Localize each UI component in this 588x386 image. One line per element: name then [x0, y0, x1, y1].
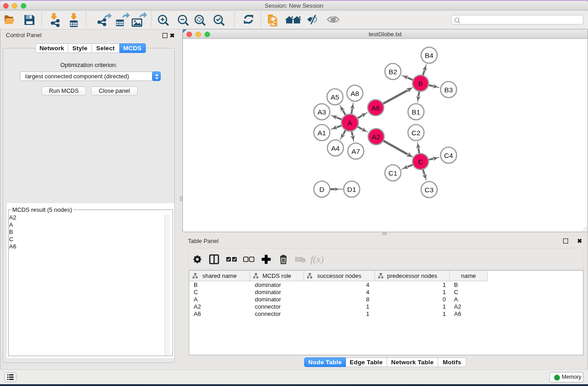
- svg-text:B: B: [454, 281, 458, 288]
- svg-text:A2: A2: [454, 303, 461, 310]
- svg-text:1: 1: [443, 281, 446, 288]
- svg-text:A3: A3: [318, 108, 326, 116]
- svg-text:A6: A6: [194, 310, 201, 317]
- svg-text:A6: A6: [372, 104, 380, 112]
- svg-text:C2: C2: [411, 129, 421, 137]
- svg-text:dominator: dominator: [255, 289, 281, 295]
- svg-text:successor nodes: successor nodes: [317, 272, 362, 279]
- svg-text:C: C: [194, 289, 198, 295]
- svg-text:B3: B3: [445, 86, 453, 94]
- svg-text:A1: A1: [318, 129, 326, 137]
- svg-text:name: name: [461, 272, 476, 279]
- svg-text:B: B: [418, 80, 423, 87]
- svg-text:B4: B4: [425, 52, 434, 59]
- svg-text:0: 0: [443, 296, 446, 303]
- svg-text:C1: C1: [388, 169, 397, 177]
- svg-text:shared name: shared name: [202, 272, 237, 279]
- svg-text:dominator: dominator: [255, 281, 281, 288]
- svg-text:D: D: [319, 186, 324, 193]
- svg-text:dominator: dominator: [255, 296, 281, 303]
- svg-text:D1: D1: [347, 186, 356, 193]
- svg-text:C: C: [418, 158, 423, 166]
- svg-text:1: 1: [443, 303, 446, 310]
- svg-text:connector: connector: [255, 303, 281, 310]
- svg-text:1: 1: [366, 303, 369, 310]
- svg-text:4: 4: [366, 289, 369, 295]
- svg-text:A2: A2: [194, 303, 201, 310]
- svg-text:4: 4: [366, 281, 369, 288]
- svg-text:A4: A4: [331, 144, 340, 152]
- svg-text:f(x): f(x): [311, 254, 324, 265]
- svg-text:A: A: [194, 296, 198, 303]
- svg-text:B2: B2: [389, 68, 397, 76]
- svg-text:MCDS role: MCDS role: [263, 272, 292, 279]
- svg-text:predecessor nodes: predecessor nodes: [387, 272, 437, 279]
- svg-text:A: A: [454, 296, 458, 303]
- svg-text:A6: A6: [454, 310, 461, 317]
- svg-text:A5: A5: [331, 93, 339, 101]
- svg-text:A7: A7: [352, 148, 360, 155]
- svg-text:1: 1: [443, 310, 446, 317]
- svg-text:1: 1: [366, 310, 369, 317]
- svg-text:C3: C3: [425, 186, 434, 194]
- svg-text:8: 8: [366, 296, 369, 303]
- svg-text:connector: connector: [255, 310, 281, 317]
- svg-text:C4: C4: [444, 152, 453, 159]
- svg-text:B: B: [194, 281, 198, 288]
- svg-text:B1: B1: [412, 108, 421, 116]
- svg-text:C: C: [454, 289, 458, 295]
- svg-text:A: A: [348, 119, 353, 127]
- svg-text:A8: A8: [351, 90, 359, 97]
- svg-text:1: 1: [443, 289, 446, 295]
- svg-text:A2: A2: [372, 133, 381, 141]
